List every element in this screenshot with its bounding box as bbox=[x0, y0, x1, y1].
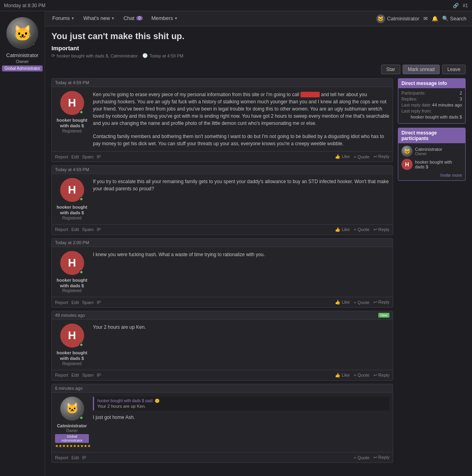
post-4-like[interactable]: 👍 Like bbox=[335, 373, 350, 378]
post-3-like[interactable]: 👍 Like bbox=[335, 300, 350, 305]
chat-badge: 0 bbox=[136, 16, 143, 20]
post-4-online bbox=[79, 343, 83, 347]
dm-p1-info: Catministrator Owner bbox=[415, 147, 442, 156]
post-1-text: Ken you're going to erase every piece of… bbox=[93, 91, 389, 127]
post-4-header: 49 minutes ago New bbox=[52, 311, 393, 320]
post-number: #1 bbox=[463, 3, 468, 8]
post-2-like[interactable]: 👍 Like bbox=[335, 227, 350, 232]
post-4-report[interactable]: Report bbox=[55, 373, 68, 377]
post-4-footer: Report Edit Spam IP 👍 Like + Quote ↩ Rep… bbox=[52, 370, 393, 380]
breadcrumb-icon-clock: 🕐 bbox=[142, 53, 148, 58]
post-5-quote-btn[interactable]: + Quote bbox=[354, 455, 369, 460]
post-5-quote: hooker bought with dads $ said: 🙂 Your 2… bbox=[93, 397, 389, 411]
post-2-ip[interactable]: IP bbox=[97, 227, 101, 232]
post-4-edit[interactable]: Edit bbox=[71, 373, 79, 377]
post-1-report[interactable]: Report bbox=[55, 154, 68, 159]
post-2-online bbox=[79, 197, 83, 201]
nav-mail-icon[interactable]: ✉ bbox=[423, 16, 428, 22]
nav-members[interactable]: Members▼ bbox=[150, 12, 179, 25]
post-5-edit[interactable]: Edit bbox=[71, 455, 79, 460]
post-2-edit[interactable]: Edit bbox=[71, 227, 79, 232]
post-1-role: Registered bbox=[55, 129, 89, 133]
nav-bell-icon[interactable]: 🔔 bbox=[432, 16, 438, 22]
redacted-text: XXXXX bbox=[301, 92, 320, 97]
dm-invite: Invite more bbox=[401, 172, 462, 178]
quote-text: Your 2 hours are up Ken. bbox=[97, 404, 386, 409]
post-3: Today at 2:00 PM H hooker bought with da… bbox=[51, 238, 393, 308]
nav-right: 🐱 Catministrator ✉ 🔔 🔍 Search bbox=[376, 14, 466, 23]
post-1-reply[interactable]: ↩ Reply bbox=[374, 154, 389, 159]
star-button[interactable]: Star bbox=[381, 65, 400, 74]
post-4-spam[interactable]: Spam bbox=[82, 373, 94, 377]
mark-unread-button[interactable]: Mark unread bbox=[403, 65, 440, 74]
breadcrumb: ⟳ hooker bought with dads $, Catministra… bbox=[51, 53, 466, 58]
nav-search[interactable]: 🔍 Search bbox=[442, 16, 466, 22]
sidebar-avatar: 🐱 bbox=[6, 17, 38, 49]
post-3-spam[interactable]: Spam bbox=[82, 300, 94, 305]
nav-avatar: 🐱 bbox=[376, 14, 385, 23]
post-2-footer: Report Edit Spam IP 👍 Like + Quote ↩ Rep… bbox=[52, 224, 393, 235]
two-col-layout: Today at 4:59 PM H hooker bought with da… bbox=[51, 78, 466, 466]
dm-last-reply-from-value: hooker bought with dads $ bbox=[401, 115, 462, 119]
post-4-timestamp: 49 minutes ago bbox=[55, 313, 85, 318]
post-3-username: hooker bought with dads $ bbox=[55, 277, 89, 289]
post-5-reply[interactable]: ↩ Reply bbox=[374, 455, 389, 460]
post-2-report[interactable]: Report bbox=[55, 227, 68, 232]
dm-last-reply-date-row: Last reply date: 44 minutes ago bbox=[401, 103, 462, 107]
post-5: 6 minutes ago 🐱 Catministrator Owner Gl bbox=[51, 384, 393, 463]
datetime: Monday at 8:30 PM bbox=[4, 3, 45, 8]
post-1-edit[interactable]: Edit bbox=[71, 154, 79, 159]
post-4-reply[interactable]: ↩ Reply bbox=[374, 373, 389, 378]
post-1-online bbox=[79, 110, 83, 114]
post-4-ip[interactable]: IP bbox=[97, 373, 101, 377]
post-3-reply[interactable]: ↩ Reply bbox=[374, 300, 389, 305]
post-5-badge: Global Administrator bbox=[55, 434, 89, 443]
dm-replies-row: Replies: 3 bbox=[401, 97, 462, 101]
dm-info-box: Direct message info Participants: 2 Repl… bbox=[398, 78, 466, 124]
post-2-header: Today at 4:59 PM bbox=[52, 166, 393, 174]
post-2-quote[interactable]: + Quote bbox=[354, 227, 369, 232]
post-1: Today at 4:59 PM H hooker bought with da… bbox=[51, 78, 393, 162]
post-4-username: hooker bought with dads $ bbox=[55, 350, 89, 361]
post-5-ip[interactable]: IP bbox=[82, 455, 86, 460]
post-3-report[interactable]: Report bbox=[55, 300, 68, 305]
post-1-user: H hooker bought with dads $ Registered bbox=[55, 91, 89, 147]
post-1-quote[interactable]: + Quote bbox=[354, 154, 369, 159]
post-3-role: Registered bbox=[55, 288, 89, 293]
dm-last-reply-from-row: Last reply from: bbox=[401, 109, 462, 113]
dm-replies-value: 3 bbox=[460, 97, 462, 101]
new-badge: New bbox=[378, 313, 389, 318]
bottom-text: The one time incident with a lady of the… bbox=[45, 470, 472, 476]
dm-participants-box: Direct message participants 🐱 Catministr… bbox=[398, 128, 466, 181]
post-2-reply[interactable]: ↩ Reply bbox=[374, 227, 389, 232]
nav-user[interactable]: 🐱 Catministrator bbox=[376, 14, 419, 23]
nav-chat[interactable]: Chat 0 bbox=[122, 12, 144, 25]
breadcrumb-users[interactable]: hooker bought with dads $, Catministrato… bbox=[57, 53, 138, 58]
dm-replies-label: Replies: bbox=[401, 97, 417, 101]
post-1-timestamp: Today at 4:59 PM bbox=[55, 80, 89, 85]
invite-more-link[interactable]: Invite more bbox=[441, 173, 462, 178]
post-4-quote[interactable]: + Quote bbox=[354, 373, 369, 377]
nav-whats-new[interactable]: What's new▼ bbox=[82, 12, 116, 25]
page-title: You just can't make this shit up. bbox=[51, 31, 466, 41]
dm-p1-role: Owner bbox=[415, 152, 442, 156]
dm-participants-label: Participants: bbox=[401, 91, 426, 95]
post-3-quote[interactable]: + Quote bbox=[354, 300, 369, 305]
post-2-spam[interactable]: Spam bbox=[82, 227, 94, 232]
nav-forums[interactable]: Forums▼ bbox=[51, 12, 76, 25]
dm-sidebar: Direct message info Participants: 2 Repl… bbox=[398, 78, 466, 466]
share-icon[interactable]: 🔗 bbox=[453, 3, 459, 8]
main-content: Forums▼ What's new▼ Chat 0 Members▼ 🐱 bbox=[45, 11, 472, 476]
post-1-ip[interactable]: IP bbox=[97, 154, 101, 159]
post-2-role: Registered bbox=[55, 216, 89, 220]
post-3-online bbox=[79, 270, 83, 274]
leave-button[interactable]: Leave bbox=[442, 65, 466, 74]
post-3-edit[interactable]: Edit bbox=[71, 300, 79, 305]
post-1-spam[interactable]: Spam bbox=[82, 154, 94, 159]
post-3-ip[interactable]: IP bbox=[97, 300, 101, 305]
post-1-like[interactable]: 👍 Like bbox=[335, 154, 350, 159]
post-3-header: Today at 2:00 PM bbox=[52, 239, 393, 247]
post-1-footer-left: Report Edit Spam IP bbox=[55, 154, 101, 159]
nav-username: Catministrator bbox=[387, 16, 419, 22]
post-5-report[interactable]: Report bbox=[55, 455, 68, 460]
